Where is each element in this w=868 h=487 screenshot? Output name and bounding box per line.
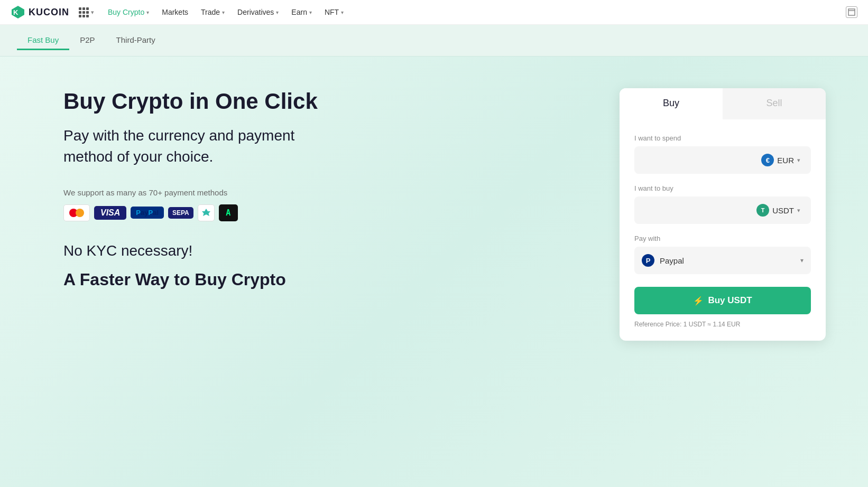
svg-marker-4 (202, 209, 210, 216)
navbar: K KUCOIN ▾ Buy Crypto ▾ Markets Trade ▾ … (0, 0, 868, 25)
grid-dots-icon (79, 7, 89, 17)
reference-price: Reference Price: 1 USDT ≈ 1.14 EUR (634, 321, 811, 328)
logo[interactable]: K KUCOIN (11, 5, 69, 20)
buy-input[interactable] (641, 205, 752, 215)
buy-usdt-button[interactable]: ⚡ Buy USDT (634, 287, 811, 314)
spend-label: I want to spend (634, 134, 811, 142)
subnav-third-party[interactable]: Third-Party (106, 31, 166, 50)
nav-buy-crypto[interactable]: Buy Crypto ▾ (103, 5, 154, 20)
hero-title: Buy Crypto in One Click (63, 88, 381, 115)
main-content: Buy Crypto in One Click Pay with the cur… (0, 57, 868, 487)
window-icon[interactable] (846, 6, 857, 18)
tab-buy[interactable]: Buy (620, 88, 723, 119)
kucoin-logo-icon: K (11, 5, 25, 20)
paypal-selector-icon: P (642, 254, 654, 267)
spend-field-row: € EUR ▾ (634, 146, 811, 174)
nav-derivatives[interactable]: Derivatives ▾ (232, 5, 284, 20)
subnav-items: Fast Buy P2P Third-Party (17, 31, 166, 50)
visa-icon: VISA (94, 206, 126, 220)
nft-chevron: ▾ (341, 10, 344, 15)
buy-sell-card: Buy Sell I want to spend € EUR ▾ (620, 88, 826, 341)
payment-icons-row: VISA PayPal SEPA A (63, 204, 381, 221)
trade-chevron: ▾ (222, 10, 225, 15)
pay-with-chevron: ▾ (800, 257, 804, 264)
buy-label: I want to buy (634, 184, 811, 192)
faster-text: A Faster Way to Buy Crypto (63, 270, 381, 289)
left-content: Buy Crypto in One Click Pay with the cur… (63, 88, 381, 289)
payment-method-name: Paypal (660, 256, 800, 265)
grid-menu-button[interactable]: ▾ (79, 7, 94, 17)
nav-right (846, 6, 857, 18)
subnav-fast-buy[interactable]: Fast Buy (17, 31, 69, 50)
mastercard-icon (63, 204, 90, 221)
buy-field-row: T USDT ▾ (634, 196, 811, 224)
paypal-icon: PayPal (131, 207, 164, 219)
astropay-icon: A (219, 204, 238, 221)
sepa-icon: SEPA (168, 207, 193, 219)
lightning-icon: ⚡ (693, 296, 704, 306)
nav-markets[interactable]: Markets (156, 5, 193, 20)
kyc-text: No KYC necessary! (63, 242, 381, 259)
svg-rect-2 (848, 9, 855, 15)
square-icon-svg (848, 8, 855, 16)
card-body: I want to spend € EUR ▾ I want to buy T (620, 119, 826, 341)
usdt-icon: T (756, 204, 769, 217)
buy-crypto-chevron: ▾ (146, 10, 149, 15)
nav-items: Buy Crypto ▾ Markets Trade ▾ Derivatives… (103, 5, 846, 20)
subnav: Fast Buy P2P Third-Party (0, 25, 868, 57)
right-panel: Buy Sell I want to spend € EUR ▾ (620, 88, 826, 341)
eur-icon: € (761, 154, 774, 166)
pix-icon (198, 204, 215, 221)
grid-chevron: ▾ (91, 9, 94, 16)
usdt-currency-selector[interactable]: T USDT ▾ (752, 201, 805, 220)
derivatives-chevron: ▾ (276, 10, 279, 15)
earn-chevron: ▾ (309, 10, 312, 15)
pay-with-selector[interactable]: P Paypal ▾ (634, 247, 811, 274)
buy-sell-tabs: Buy Sell (620, 88, 826, 119)
eur-chevron-down: ▾ (797, 157, 800, 164)
logo-text: KUCOIN (29, 7, 69, 18)
nav-earn[interactable]: Earn ▾ (286, 5, 317, 20)
nav-trade[interactable]: Trade ▾ (196, 5, 230, 20)
usdt-code: USDT (772, 206, 794, 215)
pay-with-label: Pay with (634, 235, 811, 242)
usdt-chevron-down: ▾ (797, 207, 800, 214)
spend-input[interactable] (641, 155, 757, 165)
payment-label: We support as many as 70+ payment method… (63, 188, 381, 197)
nav-nft[interactable]: NFT ▾ (319, 5, 349, 20)
eur-currency-selector[interactable]: € EUR ▾ (757, 151, 805, 170)
hero-subtitle: Pay with the currency and paymentmethod … (63, 125, 381, 166)
svg-text:K: K (13, 8, 19, 16)
eur-code: EUR (777, 156, 794, 165)
subnav-p2p[interactable]: P2P (69, 31, 105, 50)
tab-sell[interactable]: Sell (723, 88, 826, 119)
